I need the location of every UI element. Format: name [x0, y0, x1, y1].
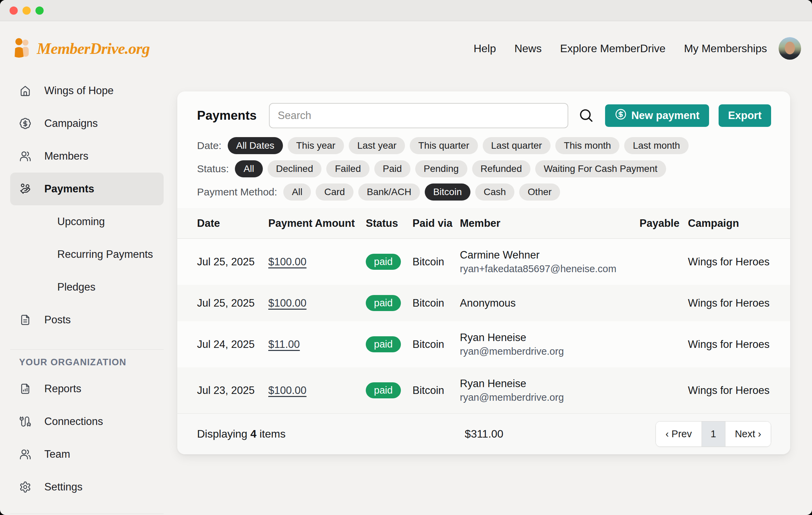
filter-chip-this-year[interactable]: This year	[288, 137, 344, 154]
cell-member: Carmine Wehnerryan+fakedata85697@heneise…	[460, 239, 640, 285]
badge-dollar-icon	[19, 117, 31, 130]
member-name: Carmine Wehner	[460, 249, 640, 261]
cell-member: Ryan Heneiseryan@memberdrive.org	[460, 321, 640, 367]
filter-chip-declined[interactable]: Declined	[268, 160, 322, 177]
payment-amount-link[interactable]: $100.00	[268, 256, 306, 268]
close-window-button[interactable]	[10, 6, 18, 15]
sidebar: Wings of HopeCampaignsMembersPaymentsUpc…	[10, 74, 164, 514]
pagination: ‹ Prev 1 Next ›	[656, 421, 771, 447]
filter-chip-other[interactable]: Other	[519, 183, 560, 201]
next-page-button[interactable]: Next ›	[725, 422, 771, 446]
nav-link-my-memberships[interactable]: My Memberships	[684, 42, 767, 55]
filter-row-date: Date:All DatesThis yearLast yearThis qua…	[197, 137, 771, 154]
filter-chip-bank-ach[interactable]: Bank/ACH	[358, 183, 420, 201]
home-icon	[19, 85, 31, 97]
filter-chip-last-month[interactable]: Last month	[624, 137, 689, 154]
users-icon	[19, 448, 31, 460]
sidebar-item-payments[interactable]: Payments	[10, 173, 164, 205]
status-badge: paid	[366, 295, 401, 311]
filter-chip-waiting-for-cash-payment[interactable]: Waiting For Cash Payment	[535, 160, 666, 177]
filter-chip-last-quarter[interactable]: Last quarter	[483, 137, 551, 154]
sidebar-item-campaigns[interactable]: Campaigns	[10, 107, 164, 140]
table-row: Jul 23, 2025$100.00paidBitcoinRyan Henei…	[177, 367, 790, 413]
sidebar-item-posts[interactable]: Posts	[10, 304, 164, 336]
filter-chip-all[interactable]: All	[283, 183, 311, 201]
minimize-window-button[interactable]	[22, 6, 31, 15]
filter-row-status: Status:AllDeclinedFailedPaidPendingRefun…	[197, 160, 771, 177]
file-chart-icon	[19, 383, 31, 395]
column-header-member: Member	[460, 217, 640, 230]
sidebar-item-members[interactable]: Members	[10, 140, 164, 173]
filter-chip-last-year[interactable]: Last year	[349, 137, 405, 154]
filter-chip-failed[interactable]: Failed	[326, 160, 369, 177]
member-email: ryan+fakedata85697@heneise.com	[460, 263, 640, 275]
sidebar-item-team[interactable]: Team	[10, 438, 164, 471]
filter-chip-bitcoin[interactable]: Bitcoin	[425, 183, 470, 201]
payment-amount-link[interactable]: $11.00	[268, 338, 300, 350]
nav-link-help[interactable]: Help	[473, 42, 496, 55]
cell-paid-via: Bitcoin	[412, 246, 460, 278]
brand-logo[interactable]: MemberDrive.org	[11, 36, 150, 60]
payment-amount-link[interactable]: $100.00	[268, 297, 306, 309]
filter-label: Status:	[197, 163, 229, 175]
cell-payable	[640, 334, 688, 355]
filter-chip-this-quarter[interactable]: This quarter	[410, 137, 478, 154]
filter-chip-cash[interactable]: Cash	[475, 183, 514, 201]
table-footer: Displaying 4 items $311.00 ‹ Prev 1 Next…	[177, 413, 790, 454]
table-row: Jul 25, 2025$100.00paidBitcoinAnonymousW…	[177, 285, 790, 321]
search-input[interactable]	[269, 103, 568, 128]
hand-coins-icon	[19, 183, 31, 195]
nav-link-news[interactable]: News	[514, 42, 542, 55]
sidebar-divider	[10, 349, 164, 350]
search-icon[interactable]	[578, 107, 594, 124]
payment-amount-link[interactable]: $100.00	[268, 384, 306, 396]
table-body: Jul 25, 2025$100.00paidBitcoinCarmine We…	[177, 239, 790, 413]
filter-label: Date:	[197, 140, 222, 151]
memberdrive-people-icon	[11, 36, 33, 60]
zoom-window-button[interactable]	[35, 6, 44, 15]
app-window: MemberDrive.org HelpNewsExplore MemberDr…	[0, 0, 812, 515]
filter-chip-all[interactable]: All	[235, 160, 262, 177]
cell-member: Ryan Heneiseryan@memberdrive.org	[460, 367, 640, 413]
sidebar-item-pledges[interactable]: Pledges	[10, 271, 164, 304]
cell-payable	[640, 252, 688, 272]
member-name: Ryan Heneise	[460, 378, 640, 390]
cell-paid-via: Bitcoin	[412, 374, 460, 407]
user-avatar[interactable]	[779, 37, 801, 60]
cable-icon	[19, 415, 31, 428]
filter-chip-refunded[interactable]: Refunded	[472, 160, 530, 177]
macos-titlebar	[0, 0, 812, 21]
filter-chip-card[interactable]: Card	[316, 183, 354, 201]
nav-link-explore-memberdrive[interactable]: Explore MemberDrive	[560, 42, 665, 55]
file-text-icon	[19, 314, 31, 326]
total-amount: $311.00	[388, 428, 580, 440]
sidebar-item-label: Posts	[44, 314, 71, 326]
cell-paid-via: Bitcoin	[412, 287, 460, 320]
new-payment-button[interactable]: New payment	[605, 104, 709, 127]
column-header-status: Status	[366, 217, 412, 230]
filter-chip-paid[interactable]: Paid	[374, 160, 410, 177]
page-title: Payments	[197, 108, 257, 123]
sidebar-item-connections[interactable]: Connections	[10, 405, 164, 438]
table-row: Jul 24, 2025$11.00paidBitcoinRyan Heneis…	[177, 321, 790, 367]
export-label: Export	[728, 109, 762, 122]
sidebar-item-settings[interactable]: Settings	[10, 471, 164, 503]
sidebar-item-upcoming[interactable]: Upcoming	[10, 205, 164, 238]
filter-chip-this-month[interactable]: This month	[555, 137, 620, 154]
sidebar-org-nav: ReportsConnectionsTeamSettings	[10, 372, 164, 503]
sidebar-item-reports[interactable]: Reports	[10, 372, 164, 405]
member-name: Ryan Heneise	[460, 332, 640, 344]
cell-campaign: Wings for Heroes	[688, 287, 771, 320]
sidebar-item-label: Reports	[44, 383, 81, 395]
filter-chip-pending[interactable]: Pending	[415, 160, 467, 177]
sidebar-item-wings-of-hope[interactable]: Wings of Hope	[10, 74, 164, 107]
prev-page-button[interactable]: ‹ Prev	[656, 422, 701, 446]
sidebar-item-recurring-payments[interactable]: Recurring Payments	[10, 238, 164, 271]
items-count-number: 4	[251, 428, 257, 440]
export-button[interactable]: Export	[719, 104, 771, 127]
sidebar-item-label: Members	[44, 150, 88, 162]
new-payment-label: New payment	[631, 109, 700, 122]
current-page-indicator: 1	[702, 422, 725, 446]
cell-campaign: Wings for Heroes	[688, 328, 771, 361]
filter-chip-all-dates[interactable]: All Dates	[228, 137, 283, 154]
